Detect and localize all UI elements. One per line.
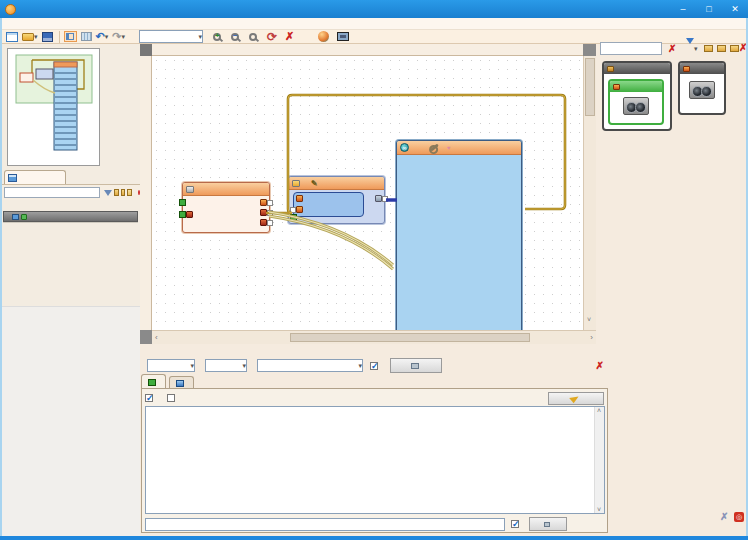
zoom-select[interactable] bbox=[139, 30, 203, 43]
filter-components-icon[interactable] bbox=[682, 44, 698, 53]
wrench-icon[interactable] bbox=[430, 143, 439, 151]
send-input[interactable] bbox=[145, 518, 505, 531]
zoom-reset-icon[interactable] bbox=[249, 30, 257, 43]
ping-pin[interactable] bbox=[267, 210, 273, 216]
clear-button[interactable] bbox=[548, 392, 604, 405]
scroll-left-icon[interactable]: ‹ bbox=[155, 333, 158, 342]
title-bar: – □ ✕ bbox=[0, 0, 748, 18]
clock-pin[interactable] bbox=[179, 199, 186, 206]
property-search-input[interactable] bbox=[4, 187, 100, 198]
port-select[interactable] bbox=[147, 359, 195, 372]
component-arduino-nano[interactable]: ∞ bbox=[396, 140, 522, 330]
pin-clock[interactable] bbox=[183, 198, 198, 207]
component-makestructure1[interactable] bbox=[288, 176, 385, 224]
delete-icon[interactable] bbox=[285, 30, 294, 43]
redo-icon[interactable] bbox=[112, 30, 125, 43]
element-analog1[interactable] bbox=[296, 193, 307, 204]
scroll-corner bbox=[140, 330, 152, 344]
refresh-icon[interactable] bbox=[267, 30, 277, 43]
pin-ping-trigger[interactable] bbox=[256, 208, 269, 217]
zoom-in-icon[interactable] bbox=[213, 30, 221, 43]
pin-structure-clock[interactable] bbox=[289, 213, 309, 222]
out-pin[interactable] bbox=[382, 196, 388, 202]
card-analog-selected[interactable] bbox=[608, 79, 664, 125]
component-ultrasonicranger1[interactable] bbox=[182, 182, 270, 233]
close-button[interactable]: ✕ bbox=[722, 0, 748, 18]
scroll-down-icon[interactable]: ˅ bbox=[597, 506, 601, 513]
collapse-icon[interactable] bbox=[121, 189, 126, 196]
maximize-button[interactable]: □ bbox=[696, 0, 722, 18]
property-category-miscellaneous[interactable] bbox=[3, 211, 138, 222]
categorize-icon[interactable] bbox=[127, 189, 132, 196]
pin-timeout[interactable] bbox=[256, 218, 269, 227]
design-canvas[interactable]: ∞ bbox=[152, 56, 583, 330]
open-project-icon[interactable] bbox=[22, 30, 38, 43]
property-grid bbox=[3, 222, 138, 223]
properties-toolbar bbox=[0, 184, 140, 200]
filter-icon[interactable] bbox=[104, 190, 112, 196]
canvas-horizontal-scrollbar[interactable]: ‹ › bbox=[152, 330, 596, 344]
echo-pin[interactable] bbox=[179, 211, 186, 218]
package-icon-2[interactable] bbox=[717, 45, 726, 52]
ultrasonic-sensor-icon[interactable] bbox=[689, 81, 715, 99]
web-icon[interactable] bbox=[318, 30, 329, 43]
component-header[interactable] bbox=[183, 183, 269, 196]
screenshot-icon[interactable] bbox=[337, 30, 349, 43]
connect-button[interactable] bbox=[390, 358, 442, 373]
hold-checkbox[interactable] bbox=[167, 394, 175, 402]
ultrasonic-sensor-icon[interactable] bbox=[623, 97, 649, 115]
reset-checkbox[interactable] bbox=[370, 362, 378, 370]
toggle-panel-icon[interactable] bbox=[64, 30, 77, 43]
new-project-icon[interactable] bbox=[6, 30, 18, 43]
tab-terminal[interactable] bbox=[141, 374, 166, 389]
tab-properties[interactable] bbox=[4, 170, 66, 184]
format-select[interactable] bbox=[257, 359, 363, 372]
minimap-preview bbox=[8, 49, 99, 165]
vscroll-thumb[interactable] bbox=[585, 58, 595, 116]
scroll-right-icon[interactable]: › bbox=[590, 333, 593, 342]
card-measurement-header[interactable] bbox=[604, 63, 670, 74]
component-search-input[interactable] bbox=[600, 42, 662, 55]
expand-icon[interactable] bbox=[114, 189, 119, 196]
terminal-scrollbar[interactable]: ˄ ˅ bbox=[594, 407, 604, 513]
canvas-vertical-scrollbar[interactable]: ˅ bbox=[583, 56, 596, 330]
component-header[interactable] bbox=[289, 177, 384, 190]
scroll-down-icon[interactable]: ˅ bbox=[587, 316, 591, 323]
connection-bar: ✗ bbox=[140, 357, 608, 374]
close-terminal-icon[interactable]: ✗ bbox=[596, 360, 604, 371]
pin-out[interactable] bbox=[256, 198, 269, 207]
analog-icon bbox=[683, 66, 690, 72]
card-analog[interactable] bbox=[678, 61, 726, 115]
edit-structure-icon[interactable] bbox=[311, 179, 318, 188]
minimize-button[interactable]: – bbox=[670, 0, 696, 18]
component-header[interactable]: ∞ bbox=[397, 141, 521, 155]
auto-scroll-checkbox[interactable] bbox=[145, 394, 153, 402]
tools-icon[interactable]: ✗ bbox=[720, 511, 728, 522]
card-analog2-header[interactable] bbox=[680, 63, 724, 74]
window-border-bottom bbox=[0, 536, 748, 540]
record-icon[interactable]: ◎ bbox=[734, 512, 744, 522]
scroll-up-icon[interactable]: ˄ bbox=[597, 407, 601, 414]
package-icon-3[interactable] bbox=[730, 45, 739, 52]
pin-echo[interactable] bbox=[183, 210, 197, 219]
speed-select[interactable] bbox=[205, 359, 247, 372]
save-icon[interactable] bbox=[42, 30, 53, 43]
timeout-pin[interactable] bbox=[267, 220, 273, 226]
clear-search-icon[interactable]: ✗ bbox=[668, 43, 676, 54]
card-analog-header[interactable] bbox=[610, 81, 662, 92]
minimap[interactable] bbox=[7, 48, 100, 166]
undo-icon[interactable] bbox=[96, 30, 109, 43]
clock-pin[interactable] bbox=[290, 214, 297, 221]
toggle-grid-icon[interactable] bbox=[81, 30, 92, 43]
pin-structure-out[interactable] bbox=[371, 194, 384, 203]
package-icon-1[interactable] bbox=[704, 45, 713, 52]
structure-type-icon bbox=[375, 195, 382, 202]
hscroll-thumb[interactable] bbox=[290, 333, 530, 342]
card-measurement[interactable] bbox=[602, 61, 672, 131]
out-pin[interactable] bbox=[267, 200, 273, 206]
zoom-out-icon[interactable] bbox=[231, 30, 239, 43]
send-button[interactable] bbox=[529, 517, 567, 531]
visuino-window: – □ ✕ bbox=[0, 0, 748, 540]
terminal-output[interactable]: ˄ ˅ bbox=[145, 406, 605, 514]
auto-clear-checkbox[interactable] bbox=[511, 520, 519, 528]
